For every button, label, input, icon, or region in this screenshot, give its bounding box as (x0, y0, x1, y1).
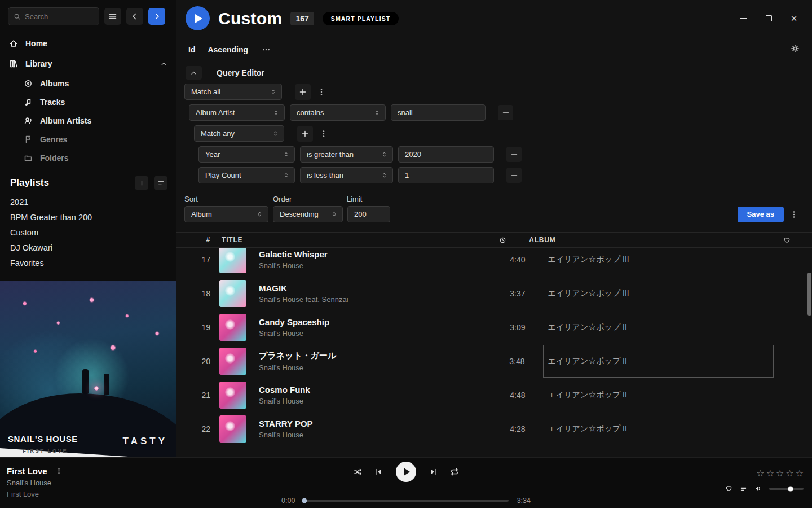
track-row[interactable]: 19 Candy Spaceship Snail's House 3:09 エイ… (176, 310, 812, 344)
sidebar-item-library[interactable]: Library (0, 54, 176, 74)
seek-slider[interactable] (303, 500, 508, 502)
star-icon[interactable]: ☆ (796, 469, 804, 478)
add-rule-button[interactable] (295, 84, 311, 100)
sort-direction-button[interactable]: Ascending (208, 45, 248, 54)
track-artist[interactable]: Snail's House (259, 397, 480, 405)
rule-field-select[interactable]: Year (198, 146, 295, 163)
play-playlist-button[interactable] (186, 6, 210, 30)
star-icon[interactable]: ☆ (785, 469, 793, 478)
chevron-up-icon[interactable] (160, 60, 167, 68)
sidebar-item-folders[interactable]: Folders (0, 148, 176, 167)
column-duration[interactable] (461, 237, 506, 244)
group-menu-button[interactable] (318, 128, 329, 139)
track-row[interactable]: 17 Galactic Whisper Snail's House 4:40 エ… (176, 248, 812, 277)
track-album-art[interactable] (219, 280, 246, 307)
mute-button[interactable] (754, 485, 762, 492)
close-button[interactable]: × (789, 14, 798, 23)
remove-rule-button[interactable] (498, 105, 513, 120)
track-album-art[interactable] (219, 348, 246, 375)
track-album-art[interactable] (219, 382, 246, 409)
playlist-item[interactable]: Favorites (0, 255, 176, 270)
repeat-button[interactable] (450, 467, 459, 476)
track-album[interactable]: エイリアン☆ポップ III (548, 255, 629, 265)
seek-handle[interactable] (302, 498, 307, 503)
queue-button[interactable] (740, 485, 747, 492)
sidebar-item-genres[interactable]: Genres (0, 130, 176, 148)
remove-rule-button[interactable] (506, 147, 522, 162)
shuffle-button[interactable] (353, 467, 362, 476)
track-album-art[interactable] (219, 248, 246, 273)
sort-field-button[interactable]: Id (188, 45, 195, 54)
remove-rule-button[interactable] (506, 168, 522, 183)
column-album[interactable]: ALBUM (524, 233, 774, 247)
limit-input[interactable] (347, 206, 390, 222)
track-artist[interactable]: Snail's House (259, 261, 480, 270)
track-album-art[interactable] (219, 415, 246, 443)
column-number[interactable]: # (186, 236, 210, 244)
now-playing-title[interactable]: First Love (7, 466, 47, 476)
track-artist[interactable]: Snail's House feat. Sennzai (259, 295, 480, 304)
track-row[interactable]: 21 Cosmo Funk Snail's House 4:48 エイリアン☆ポ… (176, 378, 812, 412)
track-album[interactable]: エイリアン☆ポップ II (548, 424, 627, 434)
track-list[interactable]: 17 Galactic Whisper Snail's House 4:40 エ… (176, 248, 812, 457)
match-any-select[interactable]: Match any (194, 125, 284, 142)
scrollbar-thumb[interactable] (807, 273, 811, 316)
rule-operator-select[interactable]: is less than (300, 167, 393, 183)
rule-field-select[interactable]: Album Artist (189, 104, 285, 121)
sidebar-item-tracks[interactable]: Tracks (0, 93, 176, 111)
star-icon[interactable]: ☆ (776, 469, 784, 478)
sidebar-item-albums[interactable]: Albums (0, 74, 176, 93)
maximize-button[interactable] (764, 14, 773, 23)
next-button[interactable] (429, 467, 438, 476)
focused-album-cell[interactable]: エイリアン☆ポップ II (543, 345, 774, 378)
menu-button[interactable] (104, 8, 121, 25)
previous-button[interactable] (374, 467, 383, 476)
playlist-item[interactable]: BPM Greater than 200 (0, 209, 176, 225)
track-artist[interactable]: Snail's House (259, 431, 480, 439)
collapse-query-editor-button[interactable] (186, 66, 202, 80)
track-artist[interactable]: Snail's House (259, 329, 480, 338)
rule-operator-select[interactable]: contains (290, 104, 386, 121)
play-pause-button[interactable] (396, 462, 416, 482)
playlist-list-button[interactable] (154, 176, 167, 190)
playlist-item[interactable]: 2021 (0, 194, 176, 209)
rule-operator-select[interactable]: is greater than (300, 146, 393, 163)
track-album[interactable]: エイリアン☆ポップ II (548, 322, 627, 332)
volume-handle[interactable] (788, 486, 793, 491)
track-row[interactable]: 18 MAGIK Snail's House feat. Sennzai 3:3… (176, 277, 812, 310)
order-select[interactable]: Descending (273, 206, 343, 222)
rule-value-input[interactable] (391, 104, 486, 121)
save-menu-button[interactable] (788, 209, 800, 220)
column-favorite[interactable] (774, 237, 800, 244)
rule-value-input[interactable] (398, 167, 494, 183)
star-icon[interactable]: ☆ (766, 469, 774, 478)
playlist-item[interactable]: DJ Okawari (0, 240, 176, 255)
track-album[interactable]: エイリアン☆ポップ II (548, 390, 627, 400)
match-all-select[interactable]: Match all (184, 84, 282, 100)
favorite-button[interactable] (725, 485, 732, 492)
track-row[interactable]: 20 プラネット・ガール Snail's House 3:48 エイリアン☆ポッ… (176, 344, 812, 378)
now-playing-menu-button[interactable] (54, 466, 64, 476)
add-playlist-button[interactable] (135, 176, 148, 190)
track-album[interactable]: エイリアン☆ポップ III (548, 288, 629, 299)
sidebar-item-home[interactable]: Home (0, 33, 176, 54)
now-playing-artist[interactable]: Snail's House (7, 479, 64, 487)
add-group-rule-button[interactable] (297, 126, 313, 142)
volume-slider[interactable] (769, 488, 804, 490)
track-album[interactable]: エイリアン☆ポップ II (548, 356, 627, 366)
sidebar-item-album-artists[interactable]: Album Artists (0, 111, 176, 130)
track-artist[interactable]: Snail's House (259, 364, 480, 372)
now-playing-album-art[interactable]: SNAIL'S HOUSE FIRST LOVE TASTY (0, 281, 176, 457)
star-icon[interactable]: ☆ (756, 469, 764, 478)
column-title[interactable]: TITLE (222, 236, 461, 244)
nav-forward-button[interactable] (148, 8, 165, 25)
search-input[interactable] (25, 12, 94, 21)
track-row[interactable]: 22 STARRY POP Snail's House 4:28 エイリアン☆ポ… (176, 412, 812, 446)
more-options-button[interactable] (261, 44, 272, 55)
save-as-button[interactable]: Save as (738, 207, 784, 222)
rule-value-input[interactable] (398, 146, 494, 163)
rule-field-select[interactable]: Play Count (198, 167, 295, 183)
minimize-button[interactable] (739, 14, 748, 23)
nav-back-button[interactable] (126, 8, 143, 25)
rule-group-menu-button[interactable] (316, 86, 327, 98)
